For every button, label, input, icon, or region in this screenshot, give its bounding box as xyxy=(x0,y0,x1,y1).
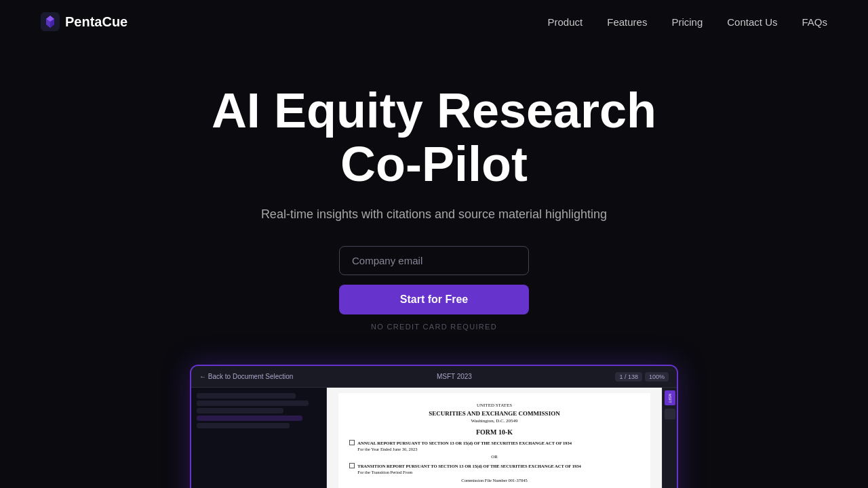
logo-text: PentaCue xyxy=(65,14,127,30)
sec-form: FORM 10-K xyxy=(349,428,639,437)
sec-checkbox1-label: ANNUAL REPORT PURSUANT TO SECTION 13 OR … xyxy=(357,441,572,445)
nav-product[interactable]: Product xyxy=(548,16,583,28)
hero-title: AI Equity Research Co-Pilot xyxy=(212,84,656,191)
sec-subheader: SECURITIES AND EXCHANGE COMMISSION xyxy=(349,409,639,418)
hero-subtitle: Real-time insights with citations and so… xyxy=(261,207,607,222)
sec-or: OR xyxy=(349,454,639,461)
no-credit-card-label: NO CREDIT CARD REQUIRED xyxy=(371,323,497,331)
logo[interactable]: PentaCue xyxy=(41,12,127,31)
logo-icon xyxy=(41,12,60,31)
hero-title-line1: AI Equity Research xyxy=(212,83,656,138)
mock-main-area: UNITED STATES SECURITIES AND EXCHANGE CO… xyxy=(327,388,662,488)
sec-header: UNITED STATES xyxy=(349,403,639,409)
sec-commission-file: Commission File Number 001-37845 xyxy=(349,477,639,483)
sec-checkbox-row-1: ANNUAL REPORT PURSUANT TO SECTION 13 OR … xyxy=(349,440,639,452)
mock-sidebar-right-item-1[interactable]: MSFT xyxy=(665,390,675,405)
nav-links: Product Features Pricing Contact Us FAQs xyxy=(548,16,827,28)
sec-document: UNITED STATES SECURITIES AND EXCHANGE CO… xyxy=(338,393,650,488)
mock-controls: 1 / 138 100% xyxy=(615,372,669,382)
mock-sidebar-right-item-2 xyxy=(665,409,675,420)
hero-title-line2: Co-Pilot xyxy=(340,137,528,191)
sec-checkbox-row-2: TRANSITION REPORT PURSUANT TO SECTION 13… xyxy=(349,463,639,475)
hero-section: AI Equity Research Co-Pilot Real-time in… xyxy=(0,43,868,358)
navbar: PentaCue Product Features Pricing Contac… xyxy=(0,0,868,43)
mock-page-indicator: 1 / 138 xyxy=(615,372,642,382)
mock-sidebar-left xyxy=(191,388,327,488)
nav-faqs[interactable]: FAQs xyxy=(802,16,827,28)
sec-checkbox1-sub: For the Year Ended June 30, 2023 xyxy=(357,446,572,452)
start-free-button[interactable]: Start for Free xyxy=(339,285,529,314)
mock-body: UNITED STATES SECURITIES AND EXCHANGE CO… xyxy=(191,388,677,488)
nav-pricing[interactable]: Pricing xyxy=(671,16,703,28)
email-input-container xyxy=(339,246,529,275)
mock-zoom[interactable]: 100% xyxy=(645,372,669,382)
sec-address: Washington, D.C. 20549 xyxy=(349,418,639,425)
screenshot-wrapper: ← Back to Document Selection MSFT 2023 1… xyxy=(0,358,868,488)
mock-sidebar-right: MSFT xyxy=(662,388,677,488)
mock-doc-title: MSFT 2023 xyxy=(300,373,608,380)
product-screenshot: ← Back to Document Selection MSFT 2023 1… xyxy=(190,365,678,488)
mock-topbar: ← Back to Document Selection MSFT 2023 1… xyxy=(191,366,677,388)
mock-back-button[interactable]: ← Back to Document Selection xyxy=(199,373,293,380)
sec-checkbox2-sub: For the Transition Period From xyxy=(357,469,580,475)
sec-checkbox2-label: TRANSITION REPORT PURSUANT TO SECTION 13… xyxy=(357,464,580,468)
email-input[interactable] xyxy=(339,246,529,275)
nav-features[interactable]: Features xyxy=(607,16,647,28)
nav-contact[interactable]: Contact Us xyxy=(727,16,777,28)
